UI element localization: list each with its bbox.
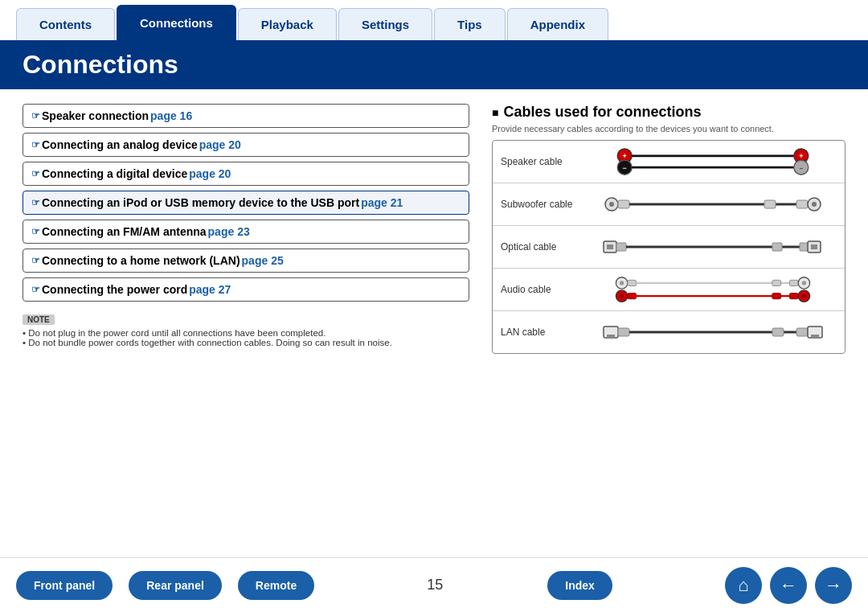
cable-visual-subwoofer: [589, 190, 837, 219]
rear-panel-button[interactable]: Rear panel: [129, 571, 222, 600]
cable-label: LAN cable: [501, 327, 581, 338]
page-ref-icon: ☞: [31, 168, 40, 179]
svg-text:+: +: [623, 152, 627, 160]
svg-text:−: −: [623, 164, 627, 172]
svg-point-35: [620, 294, 624, 298]
svg-point-33: [802, 281, 806, 285]
svg-rect-30: [772, 280, 781, 285]
note-list: Do not plug in the power cord until all …: [23, 328, 469, 347]
top-navigation: Contents Connections Playback Settings T…: [0, 0, 868, 42]
page-ref: page 23: [208, 225, 250, 238]
svg-point-17: [812, 202, 817, 207]
forward-button[interactable]: →: [815, 567, 852, 604]
svg-rect-28: [628, 280, 637, 285]
link-text: Connecting the power cord: [42, 283, 187, 296]
page-title: Connections: [23, 50, 845, 80]
link-ipod-usb[interactable]: ☞ Connecting an iPod or USB memory devic…: [23, 191, 469, 215]
bottom-navigation: Front panel Rear panel Remote 15 Index ⌂…: [0, 557, 868, 612]
svg-text:+: +: [799, 152, 803, 160]
svg-rect-31: [789, 280, 798, 285]
page-ref-icon: ☞: [31, 284, 40, 295]
svg-rect-47: [796, 328, 808, 336]
cable-visual-optical: [589, 232, 837, 261]
tab-settings[interactable]: Settings: [338, 8, 432, 40]
svg-text:−: −: [800, 165, 803, 172]
tab-tips[interactable]: Tips: [434, 8, 506, 40]
cable-visual-lan: [589, 318, 837, 347]
svg-rect-39: [789, 294, 798, 299]
main-content: ☞ Speaker connection page 16 ☞ Connectin…: [0, 89, 868, 354]
note-item-2: Do not bundle power cords together with …: [23, 338, 469, 347]
svg-rect-36: [628, 294, 637, 299]
svg-rect-25: [811, 244, 817, 249]
svg-rect-38: [772, 294, 781, 299]
link-speaker-connection[interactable]: ☞ Speaker connection page 16: [23, 104, 469, 128]
link-text: Connecting to a home network (LAN): [42, 254, 240, 267]
link-digital-device[interactable]: ☞ Connecting a digital device page 20: [23, 162, 469, 186]
page-ref: page 27: [189, 283, 231, 296]
cable-label: Subwoofer cable: [501, 199, 581, 210]
link-text: Connecting an iPod or USB memory device …: [42, 196, 359, 209]
svg-rect-44: [618, 328, 629, 336]
svg-rect-20: [616, 243, 626, 251]
tab-playback[interactable]: Playback: [238, 8, 337, 40]
page-number: 15: [427, 577, 443, 594]
nav-icons: ⌂ ← →: [725, 567, 852, 604]
link-text: Speaker connection: [42, 109, 149, 122]
cable-visual-speaker: + + − −: [589, 147, 837, 176]
link-home-network[interactable]: ☞ Connecting to a home network (LAN) pag…: [23, 248, 469, 273]
note-box: NOTE Do not plug in the power cord until…: [23, 314, 469, 347]
svg-rect-46: [772, 328, 784, 336]
note-label: NOTE: [23, 314, 55, 325]
tab-appendix[interactable]: Appendix: [507, 8, 608, 40]
back-button[interactable]: ←: [770, 567, 807, 604]
home-button[interactable]: ⌂: [725, 567, 762, 604]
cables-title: Cables used for connections: [492, 104, 845, 121]
cable-row-subwoofer: Subwoofer cable: [493, 183, 845, 226]
right-column: Cables used for connections Provide nece…: [492, 104, 845, 354]
home-icon: ⌂: [738, 575, 748, 596]
page-ref-icon: ☞: [31, 139, 40, 150]
svg-rect-14: [764, 200, 776, 208]
back-icon: ←: [780, 575, 797, 596]
cable-row-lan: LAN cable: [493, 311, 845, 353]
svg-rect-12: [618, 200, 629, 208]
page-ref-icon: ☞: [31, 197, 40, 208]
cable-row-audio: Audio cable: [493, 269, 845, 311]
page-title-bar: Connections: [0, 42, 868, 89]
cable-label: Audio cable: [501, 284, 581, 295]
forward-icon: →: [825, 575, 842, 596]
remote-button[interactable]: Remote: [238, 571, 314, 600]
page-ref: page 21: [361, 196, 403, 209]
svg-rect-22: [772, 243, 782, 251]
link-power-cord[interactable]: ☞ Connecting the power cord page 27: [23, 277, 469, 302]
page-ref: page 20: [199, 138, 241, 151]
cables-box: Speaker cable + + −: [492, 140, 845, 354]
svg-rect-19: [607, 244, 613, 249]
tab-connections[interactable]: Connections: [117, 5, 236, 40]
tab-contents[interactable]: Contents: [16, 8, 115, 40]
link-analog-device[interactable]: ☞ Connecting an analog device page 20: [23, 133, 469, 157]
left-column: ☞ Speaker connection page 16 ☞ Connectin…: [23, 104, 469, 354]
link-text: Connecting an FM/AM antenna: [42, 225, 207, 238]
link-fm-am-antenna[interactable]: ☞ Connecting an FM/AM antenna page 23: [23, 220, 469, 244]
cable-visual-audio: [589, 275, 837, 304]
page-ref: page 25: [242, 254, 284, 267]
cable-row-speaker: Speaker cable + + −: [493, 141, 845, 183]
page-ref-icon: ☞: [31, 110, 40, 121]
front-panel-button[interactable]: Front panel: [16, 571, 113, 600]
cable-label: Speaker cable: [501, 156, 581, 167]
page-ref: page 16: [150, 109, 192, 122]
svg-rect-49: [811, 335, 819, 338]
svg-point-27: [620, 281, 624, 285]
index-button[interactable]: Index: [547, 571, 612, 600]
cable-row-optical: Optical cable: [493, 226, 845, 269]
svg-point-11: [609, 202, 614, 207]
page-ref: page 20: [189, 167, 231, 180]
link-text: Connecting an analog device: [42, 138, 198, 151]
page-ref-icon: ☞: [31, 226, 40, 237]
svg-point-41: [802, 294, 806, 298]
link-text: Connecting a digital device: [42, 167, 187, 180]
bottom-left-buttons: Front panel Rear panel Remote: [16, 571, 322, 600]
page-ref-icon: ☞: [31, 255, 40, 266]
